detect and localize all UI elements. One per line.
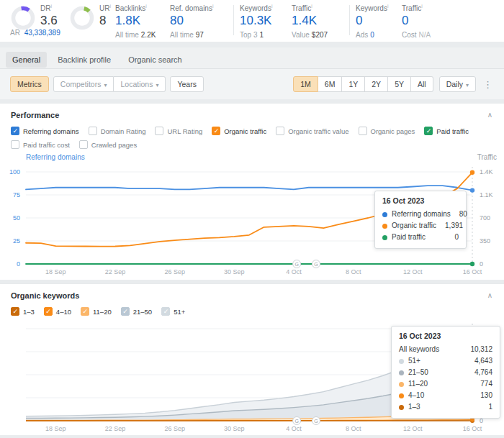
checkbox[interactable] <box>81 307 89 316</box>
filter-referring-domains[interactable]: Referring domains <box>11 127 79 135</box>
filter-paid-traffic-cost[interactable]: Paid traffic cost <box>11 140 70 149</box>
svg-text:22 Sep: 22 Sep <box>105 268 126 275</box>
series-dot-icon <box>399 370 404 375</box>
more-options-icon[interactable] <box>482 79 494 90</box>
checkbox[interactable] <box>359 127 367 135</box>
svg-text:1.1K: 1.1K <box>480 191 493 199</box>
svg-text:8 Oct: 8 Oct <box>346 268 361 275</box>
filter-organic-pages[interactable]: Organic pages <box>359 127 415 135</box>
filter-pos-51plus[interactable]: 51+ <box>161 307 185 316</box>
checkbox[interactable] <box>79 140 88 149</box>
svg-text:G: G <box>294 419 298 424</box>
filter-pos-21-50[interactable]: 21–50 <box>121 307 152 316</box>
series-dot-icon <box>399 382 404 387</box>
metrics-button[interactable]: Metrics <box>10 76 49 92</box>
filter-crawled-pages[interactable]: Crawled pages <box>79 140 137 149</box>
checkbox[interactable] <box>161 307 170 316</box>
svg-text:1.4K: 1.4K <box>480 168 493 175</box>
checkbox[interactable] <box>11 127 19 135</box>
checkbox[interactable] <box>212 127 220 135</box>
svg-text:350: 350 <box>480 237 490 245</box>
series-dot-icon <box>399 359 404 364</box>
info-icon <box>311 4 312 9</box>
svg-text:18 Sep: 18 Sep <box>45 268 66 275</box>
ref-domains-value[interactable]: 80 <box>170 14 220 28</box>
filter-pos-4-10[interactable]: 4–10 <box>44 307 71 316</box>
range-5y-button[interactable]: 5Y <box>388 76 411 92</box>
years-button[interactable]: Years <box>170 76 203 92</box>
interval-dropdown[interactable]: Daily <box>439 76 476 92</box>
info-icon <box>109 4 111 9</box>
checkbox[interactable] <box>11 140 19 149</box>
filter-pos-11-20[interactable]: 11–20 <box>81 307 112 316</box>
ar-value-link[interactable]: 43,338,389 <box>24 29 60 37</box>
info-icon <box>145 4 147 9</box>
metrics-header: DR 3.6 AR 43,338,389 UR 8 Backlinks 1.8K… <box>0 0 504 42</box>
info-icon <box>421 4 423 9</box>
time-range-group: 1M 6M 1Y 2Y 5Y All <box>293 76 433 92</box>
organic-traffic-value[interactable]: 1.4K <box>292 14 336 28</box>
checkbox[interactable] <box>424 127 433 135</box>
svg-text:26 Sep: 26 Sep <box>164 268 185 275</box>
domain-rating-block: DR 3.6 <box>10 4 69 31</box>
svg-text:700: 700 <box>480 214 490 222</box>
svg-text:50: 50 <box>13 214 20 222</box>
range-all-button[interactable]: All <box>411 76 433 92</box>
filter-organic-traffic[interactable]: Organic traffic <box>212 127 266 135</box>
competitors-locations-group: Competitors Locations <box>53 76 166 92</box>
tooltip-date: 16 Oct 2023 <box>382 196 459 205</box>
svg-text:0: 0 <box>480 260 483 268</box>
range-1y-button[interactable]: 1Y <box>342 76 365 92</box>
checkbox[interactable] <box>121 307 130 316</box>
organic-keywords-chart[interactable]: 12K9K6K3K018 Sep22 Sep26 Sep30 Sep4 Oct8… <box>0 320 504 435</box>
dr-gauge-icon <box>10 5 36 31</box>
filter-organic-traffic-value[interactable]: Organic traffic value <box>276 127 348 135</box>
performance-section: Performance Referring domains Domain Rat… <box>0 103 504 280</box>
svg-text:16 Oct: 16 Oct <box>463 425 482 432</box>
right-axis-title: Traffic <box>477 153 497 163</box>
range-1m-button[interactable]: 1M <box>293 76 318 92</box>
svg-text:22 Sep: 22 Sep <box>105 425 126 432</box>
filter-domain-rating[interactable]: Domain Rating <box>89 127 146 135</box>
svg-text:30 Sep: 30 Sep <box>224 425 245 432</box>
tab-organic-search[interactable]: Organic search <box>122 52 189 68</box>
locations-button[interactable]: Locations <box>114 76 166 92</box>
tab-backlink-profile[interactable]: Backlink profile <box>51 52 117 68</box>
tab-general[interactable]: General <box>6 52 47 68</box>
backlinks-value[interactable]: 1.8K <box>115 14 163 28</box>
info-icon <box>212 4 214 9</box>
stat-paid-traffic: Traffic 0 CostN/A <box>402 4 446 39</box>
ur-label: UR <box>99 4 109 12</box>
chart-toolbar: Metrics Competitors Locations Years 1M 6… <box>0 69 504 99</box>
filter-pos-1-3[interactable]: 1–3 <box>11 307 35 316</box>
performance-chart[interactable]: Referring domains Traffic 1001.4K751.1K5… <box>0 153 504 280</box>
checkbox[interactable] <box>155 127 163 135</box>
collapse-icon[interactable] <box>487 111 492 119</box>
stat-organic-traffic: Traffic 1.4K Value$207 <box>292 4 336 39</box>
checkbox[interactable] <box>89 127 97 135</box>
svg-text:12 Oct: 12 Oct <box>403 425 423 432</box>
organic-keywords-filters: 1–3 4–10 11–20 21–50 51+ <box>0 300 504 319</box>
stat-paid-keywords: Keywords 0 Ads0 <box>356 4 395 39</box>
info-icon <box>50 4 52 9</box>
paid-keywords-value[interactable]: 0 <box>356 14 395 28</box>
collapse-icon[interactable] <box>487 291 492 299</box>
filter-paid-traffic[interactable]: Paid traffic <box>424 127 469 135</box>
range-6m-button[interactable]: 6M <box>318 76 343 92</box>
series-dot-icon <box>382 235 387 240</box>
svg-text:16 Oct: 16 Oct <box>463 268 482 275</box>
series-dot-icon <box>399 405 404 410</box>
ur-gauge-icon <box>69 5 95 31</box>
checkbox[interactable] <box>44 307 53 316</box>
competitors-button[interactable]: Competitors <box>53 76 114 92</box>
range-2y-button[interactable]: 2Y <box>365 76 388 92</box>
organic-keywords-value[interactable]: 10.3K <box>240 14 284 28</box>
svg-text:100: 100 <box>9 168 20 175</box>
checkbox[interactable] <box>11 307 19 316</box>
checkbox[interactable] <box>276 127 284 135</box>
filter-url-rating[interactable]: URL Rating <box>155 127 202 135</box>
svg-text:18 Sep: 18 Sep <box>45 425 66 432</box>
svg-text:12 Oct: 12 Oct <box>403 268 423 275</box>
performance-tooltip: 16 Oct 2023 Referring domains80 Organic … <box>374 191 467 249</box>
performance-title: Performance <box>0 111 504 119</box>
